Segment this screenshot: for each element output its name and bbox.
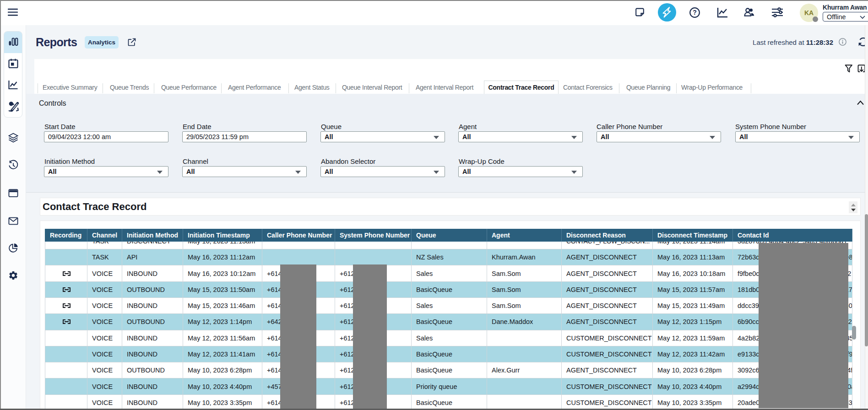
svg-text:?: ? xyxy=(693,9,697,16)
